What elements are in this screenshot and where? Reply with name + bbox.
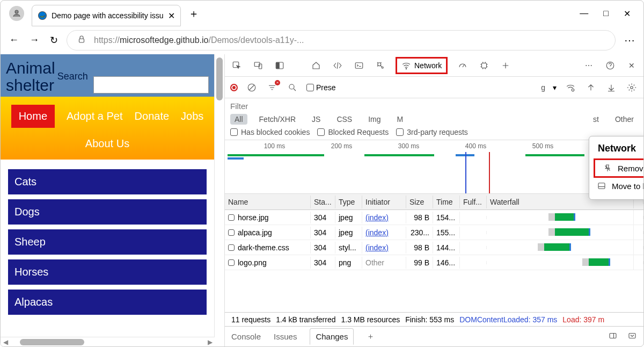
filter-fetch[interactable]: Fetch/XHR bbox=[255, 114, 300, 125]
col-type[interactable]: Type bbox=[335, 196, 362, 208]
nav-donate[interactable]: Donate bbox=[135, 110, 170, 122]
category-alpacas[interactable]: Alpacas bbox=[8, 290, 207, 315]
tick: 400 ms bbox=[442, 142, 509, 150]
nav-about[interactable]: About Us bbox=[85, 138, 129, 150]
import-icon[interactable] bbox=[584, 81, 597, 94]
table-row[interactable]: alpaca.jpg304jpeg(index)230...155... bbox=[225, 225, 643, 240]
drawer-collapse-icon[interactable] bbox=[627, 331, 637, 342]
url-host: microsoftedge.github.io bbox=[120, 35, 208, 45]
svg-rect-12 bbox=[482, 63, 487, 68]
search-icon[interactable] bbox=[286, 81, 299, 94]
category-dogs[interactable]: Dogs bbox=[8, 199, 207, 225]
status-transferred: 1.4 kB transferred bbox=[276, 315, 335, 324]
welcome-icon[interactable] bbox=[310, 59, 323, 72]
drawer-changes[interactable]: Changes bbox=[310, 328, 354, 345]
svg-point-11 bbox=[406, 68, 407, 69]
drawer-add-icon[interactable]: ＋ bbox=[367, 331, 375, 342]
filter-other[interactable]: Other bbox=[611, 114, 638, 125]
search-input[interactable] bbox=[93, 76, 209, 93]
more-tools-icon[interactable] bbox=[499, 59, 512, 72]
col-size[interactable]: Size bbox=[406, 196, 433, 208]
nav-jobs[interactable]: Jobs bbox=[181, 110, 203, 122]
svg-rect-2 bbox=[79, 39, 84, 42]
preserve-log-checkbox[interactable]: Prese bbox=[306, 83, 336, 92]
table-row[interactable]: logo.png304pngOther99 B146... bbox=[225, 255, 643, 270]
devtools-close-icon[interactable]: ✕ bbox=[625, 59, 638, 72]
col-time[interactable]: Time bbox=[433, 196, 460, 208]
tick: 300 ms bbox=[375, 142, 442, 150]
throttle-label[interactable]: g bbox=[541, 83, 545, 92]
url-input[interactable]: https://microsoftedge.github.io/Demos/de… bbox=[67, 30, 616, 50]
page-scrollbar-horizontal[interactable]: ◀▶ bbox=[1, 337, 215, 346]
page-scrollbar-vertical[interactable] bbox=[214, 54, 224, 346]
filter-input[interactable] bbox=[230, 102, 284, 111]
drawer-issues[interactable]: Issues bbox=[274, 332, 297, 341]
col-fulfilled[interactable]: Fulf... bbox=[460, 196, 487, 208]
filter-media[interactable]: M bbox=[393, 114, 408, 125]
record-button[interactable] bbox=[230, 84, 238, 91]
profile-avatar[interactable] bbox=[9, 6, 24, 21]
filter-all[interactable]: All bbox=[230, 114, 247, 125]
performance-icon[interactable] bbox=[456, 59, 469, 72]
tab-close-icon[interactable]: ✕ bbox=[168, 11, 175, 21]
table-row[interactable]: dark-theme.css304styl...(index)98 B144..… bbox=[225, 240, 643, 255]
export-icon[interactable] bbox=[605, 81, 618, 94]
maximize-button[interactable]: □ bbox=[603, 9, 609, 19]
throttle-chevron-icon[interactable]: ▾ bbox=[553, 83, 557, 92]
unpin-icon bbox=[603, 163, 612, 173]
filter-css[interactable]: CSS bbox=[332, 114, 356, 125]
blocked-requests-checkbox[interactable]: Blocked Requests bbox=[317, 128, 389, 136]
table-row[interactable]: horse.jpg304jpeg(index)98 B154... bbox=[225, 210, 643, 225]
device-icon[interactable] bbox=[252, 59, 265, 72]
network-tab-label: Network bbox=[414, 61, 442, 70]
clear-icon[interactable] bbox=[245, 81, 258, 94]
menu-move-to-bottom[interactable]: Move to bottom Quick View bbox=[589, 178, 644, 194]
forward-button[interactable]: → bbox=[30, 34, 39, 46]
help-icon[interactable] bbox=[604, 59, 617, 72]
blocked-cookies-checkbox[interactable]: Has blocked cookies bbox=[230, 128, 310, 136]
browser-menu-button[interactable]: ⋯ bbox=[624, 34, 635, 47]
memory-icon[interactable] bbox=[478, 59, 491, 72]
refresh-button[interactable]: ↻ bbox=[50, 34, 58, 46]
back-button[interactable]: ← bbox=[9, 34, 19, 46]
col-initiator[interactable]: Initiator bbox=[362, 196, 406, 208]
console-icon[interactable] bbox=[353, 59, 365, 72]
elements-icon[interactable] bbox=[331, 59, 344, 72]
category-cats[interactable]: Cats bbox=[8, 169, 207, 194]
col-name[interactable]: Name bbox=[225, 196, 311, 208]
network-conditions-icon[interactable] bbox=[564, 81, 577, 94]
filter-js[interactable]: JS bbox=[308, 114, 325, 125]
page-nav: Home Adopt a Pet Donate Jobs About Us bbox=[1, 97, 214, 160]
new-tab-button[interactable]: ＋ bbox=[188, 6, 199, 21]
drawer-console[interactable]: Console bbox=[231, 332, 261, 341]
network-timeline[interactable]: 100 ms 200 ms 300 ms 400 ms 500 ms 600 m… bbox=[225, 140, 643, 194]
settings-icon[interactable] bbox=[625, 81, 638, 94]
svg-rect-7 bbox=[276, 62, 279, 68]
category-horses[interactable]: Horses bbox=[8, 259, 207, 285]
minimize-button[interactable]: ― bbox=[580, 9, 588, 19]
dock-icon[interactable] bbox=[273, 59, 286, 72]
filter-img[interactable]: Img bbox=[364, 114, 385, 125]
filter-manifest[interactable]: st bbox=[589, 114, 603, 125]
dock-bottom-icon bbox=[597, 181, 606, 191]
filter-toggle-icon[interactable]: × bbox=[266, 81, 279, 94]
svg-rect-8 bbox=[355, 62, 363, 68]
network-table: Name Sta... Type Initiator Size Time Ful… bbox=[225, 194, 643, 312]
third-party-checkbox[interactable]: 3rd-party requests bbox=[396, 128, 468, 136]
category-sheep[interactable]: Sheep bbox=[8, 229, 207, 255]
menu-remove-from-activity-bar[interactable]: Remove from Activity Bar bbox=[594, 158, 644, 178]
browser-tab[interactable]: Demo page with accessibility issu ✕ bbox=[32, 5, 181, 26]
drawer-dock-icon[interactable] bbox=[608, 331, 618, 342]
sources-icon[interactable] bbox=[374, 59, 387, 72]
window-controls: ― □ ✕ bbox=[580, 9, 639, 19]
tick: 500 ms bbox=[509, 142, 576, 150]
devtools-more-icon[interactable]: ⋯ bbox=[582, 59, 595, 72]
inspect-icon[interactable] bbox=[230, 59, 243, 72]
nav-adopt[interactable]: Adopt a Pet bbox=[67, 110, 123, 122]
svg-point-16 bbox=[572, 89, 574, 91]
col-status[interactable]: Sta... bbox=[311, 196, 335, 208]
nav-home[interactable]: Home bbox=[11, 105, 55, 128]
network-tab[interactable]: Network bbox=[396, 57, 448, 74]
close-window-button[interactable]: ✕ bbox=[624, 9, 631, 19]
url-protocol: https:// bbox=[94, 35, 120, 45]
